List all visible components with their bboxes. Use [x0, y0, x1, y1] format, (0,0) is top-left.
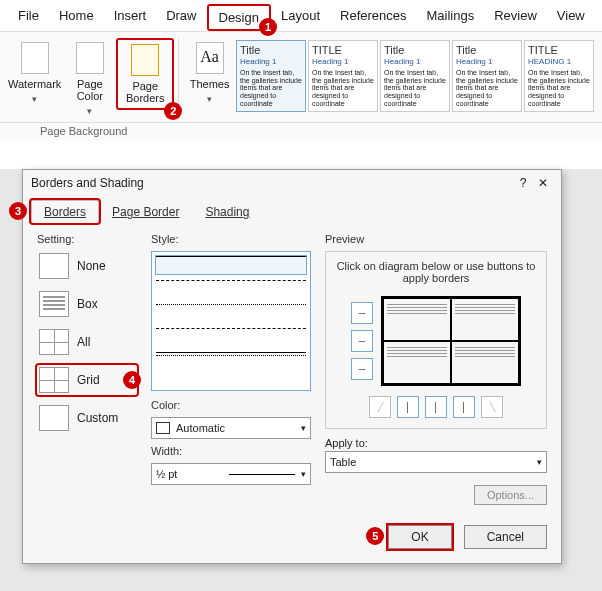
chevron-down-icon: ▾ — [301, 469, 306, 479]
tab-borders[interactable]: Borders — [31, 200, 99, 223]
border-left-button[interactable]: │ — [397, 396, 419, 418]
cancel-button[interactable]: Cancel — [464, 525, 547, 549]
tab-file[interactable]: File — [8, 4, 49, 31]
style-dashed[interactable] — [156, 280, 306, 298]
chevron-down-icon: ▾ — [87, 106, 92, 116]
border-vcenter-button[interactable]: │ — [425, 396, 447, 418]
setting-grid[interactable]: Grid — [37, 365, 137, 395]
border-top-button[interactable]: ─ — [351, 302, 373, 324]
theme-tile[interactable]: TitleHeading 1On the Insert tab, the gal… — [380, 40, 450, 112]
tab-shading[interactable]: Shading — [192, 200, 262, 223]
themes-label: Themes — [190, 78, 230, 90]
tab-references[interactable]: References — [330, 4, 416, 31]
borders-shading-dialog: Borders and Shading ? ✕ Borders 3 Page B… — [22, 169, 562, 564]
ribbon-group-label: Page Background — [0, 123, 602, 141]
close-button[interactable]: ✕ — [533, 176, 553, 190]
watermark-icon — [21, 42, 49, 74]
chevron-down-icon: ▾ — [301, 423, 306, 433]
page-borders-icon — [131, 44, 159, 76]
page-borders-button[interactable]: Page Borders — [116, 38, 174, 110]
ribbon-body: Watermark ▾ Page Color ▾ Page Borders 2 … — [0, 32, 602, 123]
applyto-label: Apply to: — [325, 437, 547, 449]
page-color-button[interactable]: Page Color ▾ — [63, 38, 116, 120]
page-borders-label: Page Borders — [120, 80, 170, 104]
theme-tile[interactable]: TitleHeading 1On the Insert tab, the gal… — [452, 40, 522, 112]
ribbon-tabs: File Home Insert Draw Design 1 Layout Re… — [0, 0, 602, 32]
dialog-tabs: Borders 3 Page Border Shading — [23, 196, 561, 223]
none-icon — [39, 253, 69, 279]
setting-label: Setting: — [37, 233, 137, 245]
badge-2: 2 — [164, 102, 182, 120]
themes-button[interactable]: Aa Themes ▾ — [183, 38, 236, 108]
style-dashdot[interactable] — [156, 352, 306, 370]
color-swatch-icon — [156, 422, 170, 434]
border-right-button[interactable]: │ — [453, 396, 475, 418]
theme-tile[interactable]: TitleHeading 1On the Insert tab, the gal… — [236, 40, 306, 112]
box-icon — [39, 291, 69, 317]
preview-hint: Click on diagram below or use buttons to… — [334, 260, 538, 284]
setting-none[interactable]: None — [37, 251, 137, 281]
watermark-button[interactable]: Watermark ▾ — [6, 38, 63, 108]
tab-layout[interactable]: Layout — [271, 4, 330, 31]
border-diag2-button[interactable]: ╲ — [481, 396, 503, 418]
page-color-icon — [76, 42, 104, 74]
theme-gallery: TitleHeading 1On the Insert tab, the gal… — [236, 38, 596, 112]
preview-frame: Click on diagram below or use buttons to… — [325, 251, 547, 429]
tab-view[interactable]: View — [547, 4, 595, 31]
preview-label: Preview — [325, 233, 547, 245]
applyto-dropdown[interactable]: Table ▾ — [325, 451, 547, 473]
theme-tile[interactable]: TITLEHEADING 1On the Insert tab, the gal… — [524, 40, 594, 112]
tab-insert[interactable]: Insert — [104, 4, 157, 31]
width-label: Width: — [151, 445, 311, 457]
tab-page-border[interactable]: Page Border — [99, 200, 192, 223]
tab-review[interactable]: Review — [484, 4, 547, 31]
ok-button[interactable]: OK — [388, 525, 451, 549]
tab-home[interactable]: Home — [49, 4, 104, 31]
width-dropdown[interactable]: ½ pt ▾ — [151, 463, 311, 485]
style-solid[interactable] — [156, 256, 306, 274]
dialog-titlebar: Borders and Shading ? ✕ — [23, 170, 561, 196]
border-bottom-button[interactable]: ─ — [351, 358, 373, 380]
preview-diagram[interactable] — [381, 296, 521, 386]
grid-icon — [39, 367, 69, 393]
style-dotted[interactable] — [156, 304, 306, 322]
setting-all[interactable]: All — [37, 327, 137, 357]
style-dash2[interactable] — [156, 328, 306, 346]
options-button: Options... — [474, 485, 547, 505]
chevron-down-icon: ▾ — [537, 457, 542, 467]
all-icon — [39, 329, 69, 355]
custom-icon — [39, 405, 69, 431]
watermark-label: Watermark — [8, 78, 61, 90]
setting-box[interactable]: Box — [37, 289, 137, 319]
style-label: Style: — [151, 233, 311, 245]
chevron-down-icon: ▾ — [207, 94, 212, 104]
page-color-label: Page Color — [65, 78, 114, 102]
color-label: Color: — [151, 399, 311, 411]
tab-draw[interactable]: Draw — [156, 4, 206, 31]
border-hcenter-button[interactable]: ─ — [351, 330, 373, 352]
color-dropdown[interactable]: Automatic ▾ — [151, 417, 311, 439]
theme-tile[interactable]: TITLEHeading 1On the Insert tab, the gal… — [308, 40, 378, 112]
border-diag1-button[interactable]: ╱ — [369, 396, 391, 418]
dialog-title: Borders and Shading — [31, 176, 144, 190]
themes-icon: Aa — [196, 42, 224, 74]
badge-3: 3 — [9, 202, 27, 220]
setting-custom[interactable]: Custom — [37, 403, 137, 433]
badge-1: 1 — [259, 18, 277, 36]
chevron-down-icon: ▾ — [32, 94, 37, 104]
style-listbox[interactable] — [151, 251, 311, 391]
badge-5: 5 — [366, 527, 384, 545]
tab-mailings[interactable]: Mailings — [417, 4, 485, 31]
badge-4: 4 — [123, 371, 141, 389]
help-button[interactable]: ? — [513, 176, 533, 190]
